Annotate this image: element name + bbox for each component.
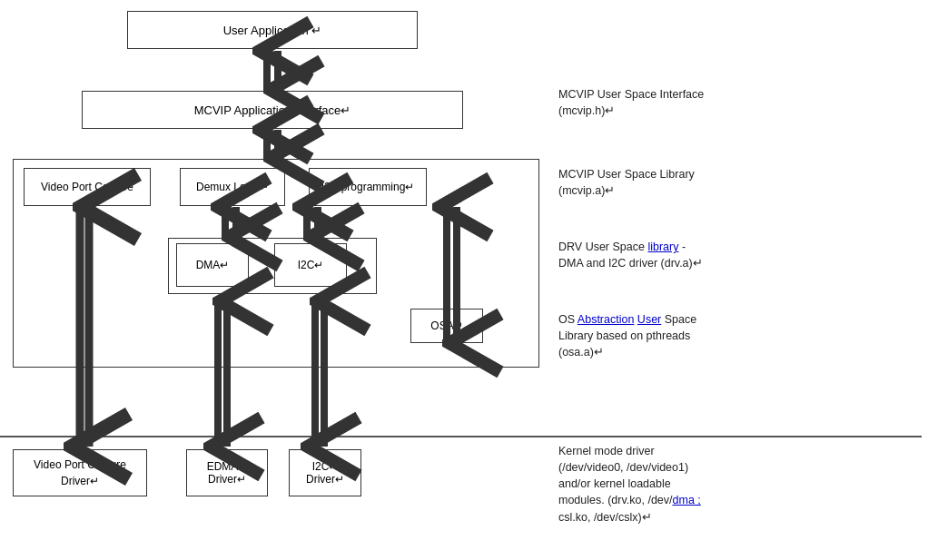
dma-box: DMA↵ xyxy=(176,243,249,287)
i2c-label: I2C↵ xyxy=(298,259,324,271)
mcvip-library-text: MCVIP User Space Library(mcvip.a)↵ xyxy=(558,168,695,197)
mcvip-user-space-text: MCVIP User Space Interface(mcvip.h)↵ xyxy=(558,88,704,117)
labels-area: MCVIP User Space Interface(mcvip.h)↵ MCV… xyxy=(558,0,928,560)
video-port-capture-box: Video Port Capture xyxy=(24,168,151,206)
mcvip-interface-box: MCVIP Application Interface↵ xyxy=(82,91,463,129)
video-port-capture-label: Video Port Capture xyxy=(41,181,133,193)
osa-label: OSA↵ xyxy=(430,319,462,332)
os-abstraction-label: OS Abstraction User SpaceLibrary based o… xyxy=(558,311,696,360)
i2c-driver-label: I2C↵ Driver↵ xyxy=(306,460,344,486)
dma-label: DMA↵ xyxy=(196,259,230,271)
labels-divider xyxy=(558,436,922,437)
i2c-box: I2C↵ xyxy=(274,243,347,287)
kernel-mode-text: Kernel mode driver(/dev/video0, /dev/vid… xyxy=(558,445,701,524)
diagram-area: User Application ↵ MCVIP Application Int… xyxy=(0,0,563,560)
osa-box: OSA↵ xyxy=(410,309,483,343)
demux-logic-label: Demux Logic↵ xyxy=(196,181,269,193)
mcvip-user-space-label: MCVIP User Space Interface(mcvip.h)↵ xyxy=(558,86,704,119)
mcvip-interface-label: MCVIP Application Interface↵ xyxy=(194,103,351,117)
divider-line xyxy=(0,436,563,437)
video-port-driver-box: Video Port Capture Driver↵ xyxy=(13,449,147,496)
video-port-driver-label: Video Port Capture Driver↵ xyxy=(34,457,126,489)
os-abstraction-text: OS Abstraction User SpaceLibrary based o… xyxy=(558,313,696,359)
kernel-mode-label: Kernel mode driver(/dev/video0, /dev/vid… xyxy=(558,443,701,526)
drv-user-space-text: DRV User Space library -DMA and I2C driv… xyxy=(558,241,703,270)
i2c-programming-box: I2C programming↵ xyxy=(309,168,427,206)
user-application-box: User Application ↵ xyxy=(127,11,418,49)
i2c-programming-label: I2C programming↵ xyxy=(321,181,415,193)
user-application-label: User Application ↵ xyxy=(223,24,322,37)
demux-logic-box: Demux Logic↵ xyxy=(180,168,285,206)
drv-user-space-label: DRV User Space library -DMA and I2C driv… xyxy=(558,239,703,271)
mcvip-library-label: MCVIP User Space Library(mcvip.a)↵ xyxy=(558,166,695,199)
edma-driver-box: EDMA↵ Driver↵ xyxy=(186,449,268,496)
edma-driver-label: EDMA↵ Driver↵ xyxy=(207,460,248,486)
i2c-driver-box: I2C↵ Driver↵ xyxy=(289,449,361,496)
